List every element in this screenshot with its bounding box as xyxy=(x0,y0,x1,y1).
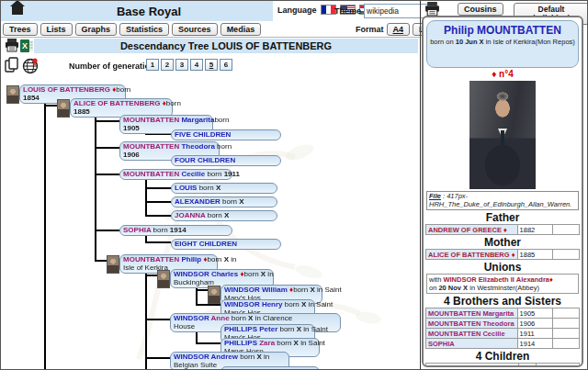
portrait-thumb-icon[interactable] xyxy=(157,270,170,288)
text-segment: born xyxy=(153,226,170,234)
nav-button-sources[interactable]: Sources xyxy=(172,23,218,36)
person-link[interactable]: Theodora xyxy=(181,142,217,151)
person-link[interactable]: MOUNTBATTEN Margarita xyxy=(428,309,514,318)
copy-icon[interactable] xyxy=(5,57,20,74)
person-link[interactable]: FOUR CHILDREN xyxy=(175,156,235,164)
tree-node[interactable]: JOANNA born X xyxy=(171,210,277,221)
tree-connector-line xyxy=(145,187,171,189)
portrait-thumb-icon[interactable] xyxy=(6,85,19,104)
person-link[interactable]: WINDSOR Charles xyxy=(174,270,240,278)
tree-node[interactable]: ALEXANDER born X xyxy=(171,196,277,207)
tree-connector-line xyxy=(95,260,107,262)
text-segment: 1885 xyxy=(74,107,90,116)
text-segment: 10 Jun X xyxy=(456,38,484,46)
person-link[interactable]: JOANNA xyxy=(175,211,208,219)
person-link[interactable]: LOUIS OF BATTENBERG xyxy=(23,85,112,94)
extra-cell xyxy=(552,308,579,319)
text-segment: 1914 xyxy=(170,226,187,234)
generation-button-3[interactable]: 3 xyxy=(175,59,188,71)
text-segment: in xyxy=(229,255,236,263)
person-link[interactable]: ALICE OF BATTENBERG xyxy=(428,251,510,259)
person-link[interactable]: MOUNTBATTEN xyxy=(123,116,181,124)
person-link[interactable]: Zara xyxy=(259,339,277,347)
text-segment: born xyxy=(166,99,181,107)
children-section-title: 4 Children xyxy=(425,350,580,362)
tree-node[interactable]: FOUR CHILDREN xyxy=(171,155,281,166)
text-segment: born xyxy=(199,184,216,192)
birth-year: 1914 xyxy=(517,339,552,349)
excel-export-icon[interactable]: X xyxy=(20,39,33,52)
portrait-thumb-icon[interactable] xyxy=(57,99,70,118)
table-row: SOPHIA1914 xyxy=(426,339,580,349)
person-link[interactable]: MOUNTBATTEN xyxy=(123,255,181,263)
person-link[interactable]: MOUNTBATTEN Cecilie xyxy=(428,330,505,338)
person-link[interactable]: EIGHT CHILDREN xyxy=(175,240,237,248)
person-link[interactable]: WINDSOR William xyxy=(224,286,289,294)
person-link[interactable]: Philip xyxy=(181,255,203,263)
table-row: MOUNTBATTEN Margarita1905 xyxy=(426,308,580,319)
format-a4-button[interactable]: A4 xyxy=(387,23,411,36)
tree-node[interactable]: FIVE CHILDREN xyxy=(171,129,281,140)
person-link[interactable]: MOUNTBATTEN xyxy=(123,142,181,151)
portrait-thumb-icon[interactable] xyxy=(208,286,220,304)
generation-button-5[interactable]: 5 xyxy=(205,59,218,71)
person-link[interactable]: WINDSOR Henry xyxy=(224,300,285,308)
person-card[interactable]: Philip MOUNTBATTEN born on 10 Jun X in I… xyxy=(426,20,579,68)
nav-button-medias[interactable]: Medias xyxy=(220,23,262,36)
map-pin-globe-icon[interactable] xyxy=(22,57,40,74)
tree-node[interactable]: SOPHIA born 1914 xyxy=(119,225,232,236)
text-segment: in xyxy=(266,270,273,278)
tree-node[interactable]: LOUIS born X xyxy=(171,183,277,194)
tree-node[interactable]: WINDSOR xyxy=(220,366,320,370)
tree-connector-line xyxy=(95,174,119,175)
person-panel: Cousins Default individual Philip MOUNTB… xyxy=(421,1,588,370)
person-link[interactable]: Cecilie xyxy=(181,170,207,178)
person-link[interactable]: WINDSOR xyxy=(174,314,211,322)
portrait-thumb-icon[interactable] xyxy=(107,255,119,274)
generation-button-6[interactable]: 6 xyxy=(220,59,232,71)
french-flag-icon[interactable] xyxy=(321,5,336,15)
nav-button-graphs[interactable]: Graphs xyxy=(75,23,118,36)
generation-button-1[interactable]: 1 xyxy=(146,59,159,71)
siblings-table: MOUNTBATTEN Margarita1905MOUNTBATTEN The… xyxy=(425,308,580,349)
tree-node[interactable]: EIGHT CHILDREN xyxy=(171,239,281,250)
person-link[interactable]: Margarita xyxy=(181,116,214,124)
tree-connector-line xyxy=(145,319,170,320)
person-link[interactable]: PHILLIPS xyxy=(224,339,259,347)
person-photo[interactable] xyxy=(469,81,536,189)
nav-button-lists[interactable]: Lists xyxy=(40,23,73,36)
text-segment: born xyxy=(277,339,293,347)
person-link[interactable]: LOUIS xyxy=(175,184,199,192)
cousins-button[interactable]: Cousins xyxy=(458,3,503,16)
table-row: ANDREW OF GREECE ♦1882 xyxy=(426,225,580,235)
person-link[interactable]: ALICE OF BATTENBERG xyxy=(74,99,163,107)
person-link[interactable]: MOUNTBATTEN Theodora xyxy=(428,320,514,328)
person-link[interactable]: MOUNTBATTEN xyxy=(123,170,181,178)
birth-year: X xyxy=(519,364,537,368)
generation-button-2[interactable]: 2 xyxy=(161,59,174,71)
tree-connector-line xyxy=(95,147,119,149)
person-link[interactable]: ALEXANDER xyxy=(175,197,222,206)
text-segment: on xyxy=(429,284,438,292)
person-link[interactable]: Anne xyxy=(211,314,232,322)
person-link[interactable]: FIVE CHILDREN xyxy=(175,130,231,139)
printer-icon[interactable] xyxy=(5,39,19,52)
person-link[interactable]: WINDSOR Charles xyxy=(428,364,489,367)
app-title-bar: Base Royal xyxy=(1,1,273,21)
nav-button-trees[interactable]: Trees xyxy=(3,23,38,36)
app-title: Base Royal xyxy=(25,5,273,18)
panel-printer-icon[interactable] xyxy=(424,2,440,17)
table-row: MOUNTBATTEN Cecilie1911 xyxy=(426,329,580,339)
person-link[interactable]: SOPHIA xyxy=(123,226,153,234)
text-segment: in Saint xyxy=(315,286,342,294)
nav-button-statistics[interactable]: Statistics xyxy=(119,23,169,36)
person-link[interactable]: SOPHIA xyxy=(428,340,455,348)
person-link[interactable]: ANDREW OF GREECE xyxy=(428,226,502,234)
generation-button-4[interactable]: 4 xyxy=(190,59,203,71)
tree-connector-line xyxy=(145,241,171,243)
person-link[interactable]: WINDSOR Andrew xyxy=(174,353,240,361)
home-icon[interactable] xyxy=(10,6,25,17)
tree-node[interactable]: MOUNTBATTEN Cecilie born 1911 xyxy=(119,169,232,180)
extra-cell xyxy=(552,329,579,339)
person-link[interactable]: PHILLIPS Peter xyxy=(224,325,279,333)
